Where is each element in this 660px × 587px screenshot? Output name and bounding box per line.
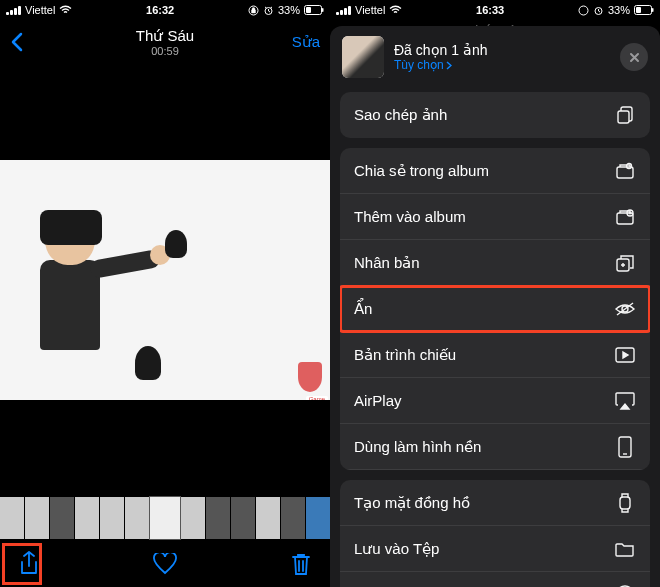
nav-subtitle: 00:59 bbox=[50, 45, 280, 57]
action-label: Tạo mặt đồng hồ bbox=[354, 494, 470, 512]
duplicate-icon bbox=[614, 252, 636, 274]
action-airplay[interactable]: AirPlay bbox=[340, 378, 650, 424]
carrier-label: Viettel bbox=[25, 4, 55, 16]
clock-label: 16:33 bbox=[476, 4, 504, 16]
thumbnail[interactable] bbox=[231, 497, 255, 539]
battery-icon bbox=[634, 5, 654, 15]
battery-percent: 33% bbox=[278, 4, 300, 16]
wifi-icon bbox=[59, 5, 72, 15]
thumbnail[interactable] bbox=[206, 497, 230, 539]
svg-rect-3 bbox=[322, 8, 324, 12]
thumbnail[interactable] bbox=[100, 497, 124, 539]
action-watch-face[interactable]: Tạo mặt đồng hồ bbox=[340, 480, 650, 526]
action-assign-contact[interactable]: Đặt cho liên hệ bbox=[340, 572, 650, 587]
bottom-toolbar bbox=[0, 541, 330, 587]
thumbnail[interactable] bbox=[125, 497, 149, 539]
nav-title: Thứ Sáu bbox=[50, 27, 280, 45]
photo-view-screen: Viettel 16:32 33% Thứ Sáu 00:59 Sửa bbox=[0, 0, 330, 587]
action-label: Dùng làm hình nền bbox=[354, 438, 481, 456]
chevron-right-icon bbox=[446, 61, 452, 70]
thumbnail[interactable] bbox=[0, 497, 24, 539]
action-label: Bản trình chiếu bbox=[354, 346, 456, 364]
action-save-files[interactable]: Lưu vào Tệp bbox=[340, 526, 650, 572]
action-label: Sao chép ảnh bbox=[354, 106, 447, 124]
status-bar: Viettel 16:33 33% bbox=[330, 0, 660, 20]
close-button[interactable] bbox=[620, 43, 648, 71]
action-copy-photo[interactable]: Sao chép ảnh bbox=[340, 92, 650, 138]
shared-album-icon bbox=[614, 160, 636, 182]
hide-icon bbox=[614, 298, 636, 320]
back-icon[interactable] bbox=[10, 31, 26, 53]
thumbnail-strip[interactable] bbox=[0, 495, 330, 541]
like-button[interactable] bbox=[150, 549, 180, 579]
action-label: Thêm vào album bbox=[354, 208, 466, 225]
svg-rect-8 bbox=[652, 8, 654, 12]
signal-icon bbox=[336, 6, 351, 15]
sheet-header: Đã chọn 1 ảnh Tùy chọn bbox=[330, 26, 660, 92]
action-label: Nhân bản bbox=[354, 254, 420, 272]
action-hide[interactable]: Ẩn bbox=[340, 286, 650, 332]
orientation-lock-icon bbox=[578, 5, 589, 16]
action-wallpaper[interactable]: Dùng làm hình nền bbox=[340, 424, 650, 470]
signal-icon bbox=[6, 6, 21, 15]
action-label: Ẩn bbox=[354, 300, 372, 318]
action-group: Tạo mặt đồng hồ Lưu vào Tệp Đặt cho liên… bbox=[340, 480, 650, 587]
thumbnail[interactable] bbox=[306, 497, 330, 539]
thumbnail[interactable] bbox=[75, 497, 99, 539]
clock-label: 16:32 bbox=[146, 4, 174, 16]
wallpaper-icon bbox=[614, 436, 636, 458]
nav-bar: Thứ Sáu 00:59 Sửa bbox=[0, 20, 330, 64]
main-photo: Game bbox=[0, 160, 330, 400]
thumbnail[interactable] bbox=[181, 497, 205, 539]
svg-rect-4 bbox=[306, 7, 311, 13]
watermark-icon bbox=[298, 362, 322, 392]
action-label: Chia sẻ trong album bbox=[354, 162, 489, 180]
alarm-icon bbox=[593, 5, 604, 16]
thumbnail[interactable] bbox=[281, 497, 305, 539]
delete-button[interactable] bbox=[286, 549, 316, 579]
svg-point-5 bbox=[579, 6, 588, 15]
action-duplicate[interactable]: Nhân bản bbox=[340, 240, 650, 286]
options-button[interactable]: Tùy chọn bbox=[394, 58, 610, 72]
annotation-highlight-share bbox=[2, 543, 42, 585]
action-label: Lưu vào Tệp bbox=[354, 540, 439, 558]
svg-rect-19 bbox=[620, 497, 630, 509]
photo-viewport[interactable]: Game bbox=[0, 64, 330, 495]
airplay-icon bbox=[614, 390, 636, 412]
copy-icon bbox=[614, 104, 636, 126]
action-label: AirPlay bbox=[354, 392, 402, 409]
svg-rect-9 bbox=[636, 7, 641, 13]
watch-face-icon bbox=[614, 492, 636, 514]
thumbnail[interactable] bbox=[256, 497, 280, 539]
sheet-title: Đã chọn 1 ảnh bbox=[394, 42, 610, 58]
action-group: Chia sẻ trong album Thêm vào album Nhân … bbox=[340, 148, 650, 470]
status-bar: Viettel 16:32 33% bbox=[0, 0, 330, 20]
selected-thumbnail bbox=[342, 36, 384, 78]
slideshow-icon bbox=[614, 344, 636, 366]
close-icon bbox=[629, 52, 640, 63]
battery-icon bbox=[304, 5, 324, 15]
files-icon bbox=[614, 538, 636, 560]
alarm-icon bbox=[263, 5, 274, 16]
svg-rect-10 bbox=[618, 111, 629, 123]
add-album-icon bbox=[614, 206, 636, 228]
thumbnail[interactable] bbox=[50, 497, 74, 539]
action-shared-album[interactable]: Chia sẻ trong album bbox=[340, 148, 650, 194]
action-slideshow[interactable]: Bản trình chiếu bbox=[340, 332, 650, 378]
svg-rect-13 bbox=[617, 213, 633, 224]
thumbnail[interactable] bbox=[25, 497, 49, 539]
orientation-lock-icon bbox=[248, 5, 259, 16]
share-sheet-screen: Viettel 16:33 33% Thứ Sáu Đã chọn 1 ảnh … bbox=[330, 0, 660, 587]
action-group: Sao chép ảnh bbox=[340, 92, 650, 138]
thumbnail-selected[interactable] bbox=[150, 497, 180, 539]
carrier-label: Viettel bbox=[355, 4, 385, 16]
action-add-album[interactable]: Thêm vào album bbox=[340, 194, 650, 240]
share-sheet: Đã chọn 1 ảnh Tùy chọn Sao chép ảnh bbox=[330, 26, 660, 587]
edit-button[interactable]: Sửa bbox=[292, 33, 320, 51]
wifi-icon bbox=[389, 5, 402, 15]
battery-percent: 33% bbox=[608, 4, 630, 16]
svg-point-12 bbox=[627, 163, 632, 168]
